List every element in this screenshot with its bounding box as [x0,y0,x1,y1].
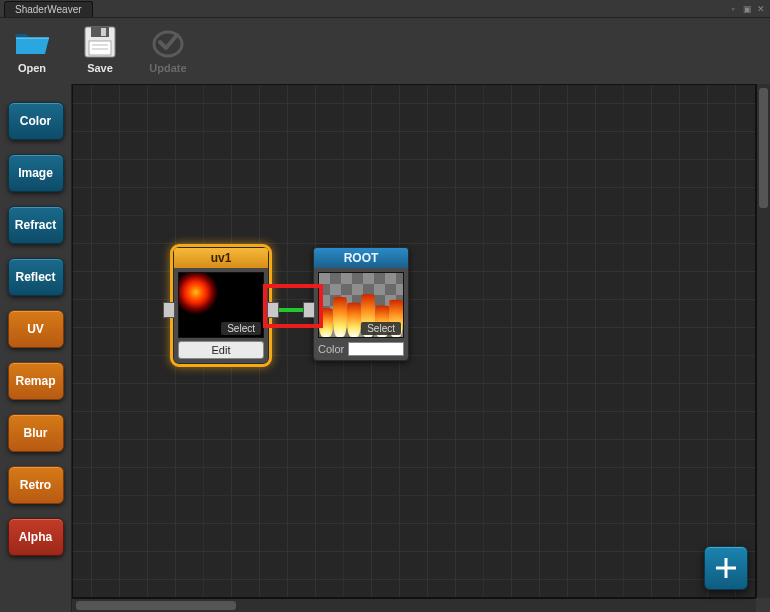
sidebar-item-remap[interactable]: Remap [8,362,64,400]
node-palette-sidebar: Color Image Refract Reflect UV Remap Blu… [0,84,72,612]
vertical-scrollbar[interactable] [756,84,770,598]
toolbar: Open Save Update [0,18,770,84]
node-root-preview[interactable]: Select [318,272,404,338]
svg-rect-2 [101,28,106,36]
sidebar-item-refract[interactable]: Refract [8,206,64,244]
sidebar-item-image[interactable]: Image [8,154,64,192]
node-uv1-preview[interactable]: Select [178,272,264,338]
node-uv1-select-button[interactable]: Select [221,322,261,335]
svg-rect-3 [89,41,111,55]
node-root-color-label: Color [318,343,344,355]
titlebar: ShaderWeaver ▫ ▣ ✕ [0,0,770,18]
open-button[interactable]: Open [8,24,56,74]
node-root-color-swatch[interactable] [348,342,404,356]
save-label: Save [87,62,113,74]
update-button[interactable]: Update [144,24,192,74]
sidebar-item-uv[interactable]: UV [8,310,64,348]
sidebar-item-alpha[interactable]: Alpha [8,518,64,556]
node-root-title: ROOT [314,248,408,268]
canvas-area: uv1 Select Edit ROOT [72,84,770,612]
window-close-icon[interactable]: ✕ [756,4,766,14]
sidebar-item-retro[interactable]: Retro [8,466,64,504]
update-label: Update [149,62,186,74]
add-node-button[interactable] [704,546,748,590]
window-title-tab[interactable]: ShaderWeaver [4,1,93,17]
node-root-select-button[interactable]: Select [361,322,401,335]
open-label: Open [18,62,46,74]
sidebar-item-color[interactable]: Color [8,102,64,140]
sidebar-item-reflect[interactable]: Reflect [8,258,64,296]
window-max-icon[interactable]: ▣ [742,4,752,14]
node-uv1-edit-button[interactable]: Edit [178,341,264,359]
sidebar-item-blur[interactable]: Blur [8,414,64,452]
node-graph-canvas[interactable]: uv1 Select Edit ROOT [72,84,756,598]
check-circle-icon [148,24,188,60]
horizontal-scrollbar[interactable] [72,598,756,612]
window-min-icon[interactable]: ▫ [728,4,738,14]
highlight-box [263,284,323,328]
node-uv1[interactable]: uv1 Select Edit [173,247,269,364]
plus-icon [713,555,739,581]
folder-open-icon [12,24,52,60]
node-uv1-input-port[interactable] [163,302,175,318]
save-button[interactable]: Save [76,24,124,74]
node-uv1-title: uv1 [174,248,268,268]
floppy-disk-icon [80,24,120,60]
svg-rect-1 [91,27,109,37]
horizontal-scroll-thumb[interactable] [76,601,236,610]
vertical-scroll-thumb[interactable] [759,88,768,208]
node-root[interactable]: ROOT Select Color [313,247,409,361]
